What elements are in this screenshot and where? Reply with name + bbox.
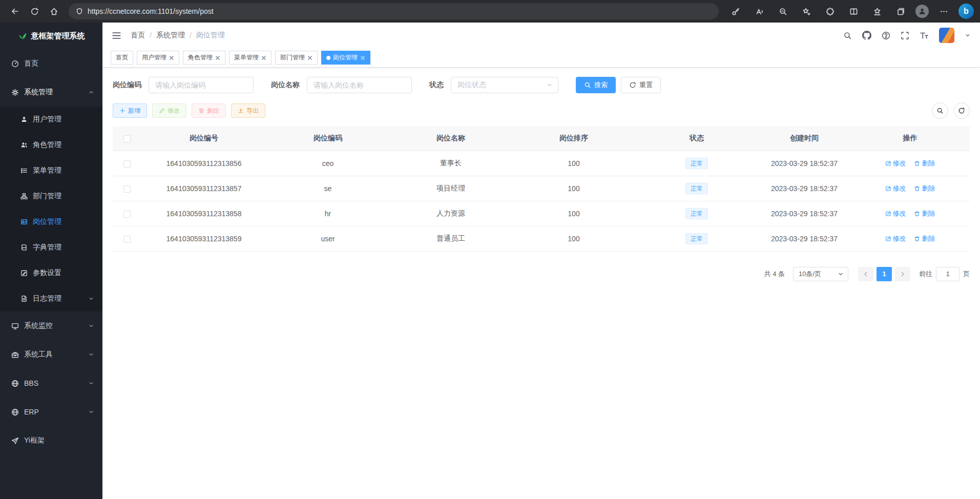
toggle-search-button[interactable] bbox=[932, 102, 948, 119]
user-avatar[interactable] bbox=[939, 28, 954, 43]
add-button[interactable]: 新增 bbox=[113, 103, 147, 118]
sidebar-item-log-management[interactable]: 日志管理 bbox=[0, 286, 102, 311]
plus-icon bbox=[119, 108, 126, 114]
row-edit-button[interactable]: 修改 bbox=[885, 159, 906, 168]
sidebar-item-system-management[interactable]: 系统管理 bbox=[0, 78, 102, 107]
help-button[interactable] bbox=[882, 31, 890, 40]
profile-avatar[interactable] bbox=[915, 5, 929, 18]
row-delete-button[interactable]: 删除 bbox=[914, 234, 935, 243]
tab-menu-management[interactable]: 菜单管理 bbox=[229, 51, 272, 65]
zoom-button[interactable] bbox=[774, 3, 791, 20]
row-checkbox[interactable] bbox=[123, 185, 131, 193]
tab-home[interactable]: 首页 bbox=[111, 51, 133, 65]
reset-button[interactable]: 重置 bbox=[621, 77, 661, 93]
sidebar-item-label: 系统工具 bbox=[24, 350, 53, 359]
tab-department-management[interactable]: 部门管理 bbox=[275, 51, 318, 65]
search-button-label: 搜索 bbox=[594, 80, 608, 90]
add-favorite-button[interactable] bbox=[798, 3, 815, 20]
close-tab-icon[interactable] bbox=[261, 55, 266, 60]
edit-icon bbox=[159, 108, 165, 114]
row-checkbox[interactable] bbox=[123, 160, 131, 168]
home-button[interactable] bbox=[45, 3, 62, 20]
table-row: 1641030593112313857 se 项目经理 100 正常 2023-… bbox=[113, 176, 970, 201]
header-search-button[interactable] bbox=[843, 31, 852, 40]
sidebar-item-parameter-settings[interactable]: 参数设置 bbox=[0, 260, 102, 286]
sidebar-item-menu-management[interactable]: 菜单管理 bbox=[0, 158, 102, 183]
delete-button[interactable]: 删除 bbox=[192, 103, 226, 118]
post-name-input[interactable] bbox=[307, 77, 412, 93]
sidebar-item-label: 首页 bbox=[24, 59, 38, 68]
cell-post-code: se bbox=[266, 176, 389, 201]
export-button[interactable]: 导出 bbox=[231, 103, 265, 118]
document-icon bbox=[20, 295, 28, 302]
tab-user-management[interactable]: 用户管理 bbox=[137, 51, 179, 65]
sidebar-item-bbs[interactable]: BBS bbox=[0, 369, 102, 398]
page-size-select[interactable]: 10条/页 bbox=[793, 267, 848, 281]
extensions-button[interactable] bbox=[821, 3, 839, 20]
breadcrumb-item[interactable]: 系统管理 bbox=[156, 31, 185, 40]
url-text: https://ccnetcore.com:1101/system/post bbox=[88, 7, 214, 15]
collections-button[interactable] bbox=[892, 3, 909, 20]
row-checkbox[interactable] bbox=[123, 211, 131, 218]
sidebar-item-system-tools[interactable]: 系统工具 bbox=[0, 340, 102, 369]
refresh-button[interactable] bbox=[26, 3, 43, 20]
next-page-button[interactable] bbox=[895, 267, 910, 281]
post-code-input[interactable] bbox=[149, 77, 254, 93]
sidebar-item-label: BBS bbox=[24, 379, 38, 387]
refresh-icon bbox=[629, 81, 636, 89]
sidebar-item-home[interactable]: 首页 bbox=[0, 49, 102, 78]
more-options-button[interactable] bbox=[935, 3, 952, 20]
close-tab-icon[interactable] bbox=[215, 55, 220, 60]
cell-post-id: 1641030593112313859 bbox=[141, 226, 266, 251]
prev-page-button[interactable] bbox=[858, 267, 873, 281]
row-delete-button[interactable]: 删除 bbox=[914, 184, 935, 193]
sidebar-item-erp[interactable]: ERP bbox=[0, 398, 102, 426]
sidebar-item-system-monitoring[interactable]: 系统监控 bbox=[0, 311, 102, 340]
caret-down-icon[interactable] bbox=[965, 32, 971, 38]
sidebar-item-label: 日志管理 bbox=[33, 294, 61, 303]
column-header: 岗位名称 bbox=[389, 126, 512, 151]
close-tab-icon[interactable] bbox=[307, 55, 312, 60]
modify-button[interactable]: 修改 bbox=[152, 103, 186, 118]
sidebar-item-department-management[interactable]: 部门管理 bbox=[0, 183, 102, 209]
address-bar[interactable]: https://ccnetcore.com:1101/system/post bbox=[69, 3, 719, 19]
sidebar-item-post-management[interactable]: 岗位管理 bbox=[0, 209, 102, 235]
refresh-table-button[interactable] bbox=[953, 102, 970, 119]
tab-role-management[interactable]: 角色管理 bbox=[183, 51, 225, 65]
row-delete-button[interactable]: 删除 bbox=[914, 209, 935, 218]
page-number-button[interactable]: 1 bbox=[877, 267, 892, 281]
tab-post-management[interactable]: 岗位管理 bbox=[321, 51, 370, 65]
read-aloud-button[interactable] bbox=[750, 3, 768, 20]
sidebar-item-dictionary-management[interactable]: 字典管理 bbox=[0, 235, 102, 260]
font-size-button[interactable] bbox=[920, 31, 929, 40]
sidebar-item-role-management[interactable]: 角色管理 bbox=[0, 132, 102, 158]
status-select-placeholder: 岗位状态 bbox=[457, 80, 486, 90]
bing-sidebar-button[interactable]: b bbox=[958, 4, 974, 19]
row-edit-button[interactable]: 修改 bbox=[885, 184, 906, 193]
favorites-button[interactable] bbox=[868, 3, 886, 20]
split-screen-button[interactable] bbox=[845, 3, 862, 20]
back-button[interactable] bbox=[6, 3, 24, 20]
row-delete-button[interactable]: 删除 bbox=[914, 159, 935, 168]
select-all-checkbox[interactable] bbox=[123, 135, 131, 142]
row-checkbox[interactable] bbox=[123, 236, 131, 243]
password-key-button[interactable] bbox=[727, 3, 744, 20]
fullscreen-button[interactable] bbox=[901, 31, 909, 40]
row-edit-button[interactable]: 修改 bbox=[885, 234, 906, 243]
row-edit-button[interactable]: 修改 bbox=[885, 209, 906, 218]
github-button[interactable] bbox=[862, 31, 871, 40]
leaf-logo-icon bbox=[18, 31, 27, 40]
app-logo[interactable]: 意框架管理系统 bbox=[0, 23, 102, 49]
status-select[interactable]: 岗位状态 bbox=[451, 77, 558, 93]
close-tab-icon[interactable] bbox=[360, 55, 365, 60]
collapse-sidebar-button[interactable] bbox=[112, 31, 121, 40]
filter-form: 岗位编码 岗位名称 状态 岗位状态 搜索 bbox=[113, 77, 970, 93]
table-row: 1641030593112313856 ceo 董事长 100 正常 2023-… bbox=[113, 151, 970, 176]
sidebar-item-user-management[interactable]: 用户管理 bbox=[0, 107, 102, 132]
search-button[interactable]: 搜索 bbox=[576, 77, 616, 93]
sidebar-item-yi-framework[interactable]: Yi框架 bbox=[0, 426, 102, 455]
close-tab-icon[interactable] bbox=[169, 55, 174, 60]
breadcrumb-separator: / bbox=[190, 31, 192, 39]
breadcrumb-item[interactable]: 首页 bbox=[131, 31, 145, 40]
goto-page-input[interactable] bbox=[936, 267, 960, 281]
